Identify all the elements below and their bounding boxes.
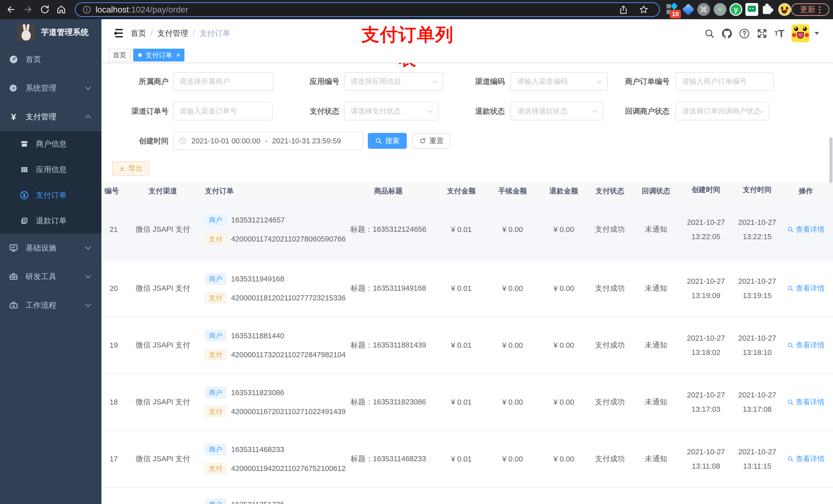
date-range-picker[interactable]: 2021-10-01 00:00:00 - 2021-10-31 23:59:5… [173,131,363,150]
sidebar-item-label: 支付订单 [36,190,67,200]
logo-rabbit-image [18,24,35,41]
github-icon[interactable] [720,26,734,41]
extension-command-icon[interactable]: ⌘ [697,3,710,16]
channel-code-select[interactable]: 请输入渠道编码 [510,72,608,91]
merchant-input[interactable] [173,72,273,91]
sidebar-item-pay-order[interactable]: 支付订单 [0,182,101,208]
merchant-tag: 商户 [205,499,227,504]
breadcrumb-home[interactable]: 首页 [130,28,146,39]
sidebar-item-devtools[interactable]: 研发工具 [0,262,101,291]
table-row[interactable]: 17 微信 JSAPI 支付 商户1635311468233 支付4200001… [101,431,833,488]
font-size-icon[interactable]: TT [772,26,787,41]
breadcrumb-payment[interactable]: 支付管理 [157,28,188,39]
channel-order-input[interactable] [173,102,272,120]
view-detail-link[interactable]: 查看详情 [787,454,825,464]
download-icon [119,165,125,172]
share-icon[interactable] [619,5,628,15]
col-channel: 支付渠道 [135,183,191,199]
sidebar-item-merchant-info[interactable]: 商户信息 [0,131,101,157]
dashboard-icon [9,55,18,64]
profile-emoji-icon[interactable] [778,3,791,16]
callback-status-select[interactable]: 请选择订单回调商户状态 [675,102,769,120]
sidebar-logo[interactable]: 芋道管理系统 [0,19,101,45]
col-actions: 操作 [780,183,831,199]
briefcase-icon [9,301,18,310]
browser-back-icon[interactable] [5,4,17,15]
table-row[interactable]: 18 微信 JSAPI 支付 商户1635311823086 支付4200001… [101,374,833,431]
view-detail-link[interactable]: 查看详情 [787,397,825,407]
main-content: 首页 / 支付管理 / 支付订单 支付订单列表 TT [101,19,833,504]
chevron-down-icon [428,108,432,113]
search-button[interactable]: 搜索 [368,133,407,149]
fullscreen-icon[interactable] [755,26,769,41]
tab-close-icon[interactable]: × [176,51,180,59]
chevron-down-icon [85,84,91,90]
table-row[interactable]: 商户1635311351736 [101,488,833,504]
avatar-caret-icon[interactable] [814,32,819,37]
export-button[interactable]: 导出 [112,161,149,176]
page-title-annotation: 支付订单列表 [353,23,462,71]
magnifier-icon [787,285,794,292]
monitor-icon [9,243,18,253]
scrollbar-thumb[interactable] [829,137,832,183]
browser-chrome: localhost:1024/pay/order 10 ⌘ y 更新 [0,0,833,19]
chevron-down-icon [432,78,437,83]
browser-home-icon[interactable] [55,4,67,15]
filter-label-app: 应用编号 [286,72,339,91]
chevron-down-icon [597,78,602,83]
sidebar-collapse-icon[interactable] [112,27,123,39]
extension-chat-icon[interactable] [745,3,758,16]
app-select[interactable]: 请选择应用信息 [344,72,443,91]
url-bar[interactable]: localhost:1024/pay/order [75,2,660,17]
extension-puzzle-icon[interactable] [761,3,774,16]
pay-tag: 支付 [205,463,227,474]
col-paid: 支付时间 [732,183,783,199]
sidebar-item-app-info[interactable]: 应用信息 [0,157,101,182]
col-amount: 支付金额 [439,183,483,199]
refund-status-select[interactable]: 请选择退款状态 [510,102,603,120]
tab-pay-order[interactable]: 支付订单 × [133,49,185,62]
sidebar-item-payment[interactable]: ¥ 支付管理 [0,102,101,131]
view-detail-link[interactable]: 查看详情 [787,284,825,293]
sidebar-item-infra[interactable]: 基础设施 [0,234,101,262]
view-detail-link[interactable]: 查看详情 [787,224,825,234]
magnifier-icon [787,342,794,349]
browser-reload-icon[interactable] [39,4,51,15]
pay-status-select[interactable]: 请选择支付状态 [344,102,438,120]
search-icon[interactable] [703,26,717,41]
reset-button[interactable]: 重置 [412,133,450,149]
date-end: 2021-10-31 23:59:59 [272,137,341,145]
sidebar-item-refund-order[interactable]: 退款订单 [0,208,101,234]
sidebar-item-workflow[interactable]: 工作流程 [0,291,101,320]
merchant-tag: 商户 [205,214,227,225]
sidebar-item-home[interactable]: 首页 [0,45,101,74]
table-row[interactable]: 20 微信 JSAPI 支付 商户1635311949168 支付4200001… [101,260,833,317]
col-notify-status: 回调状态 [634,183,678,199]
table-row[interactable]: 21 微信 JSAPI 支付 商户1635312124657 支付4200001… [101,199,833,260]
filter-label-channel-order: 渠道订单号 [112,102,169,120]
page-info-icon[interactable] [82,5,91,14]
browser-forward-icon[interactable] [22,4,34,15]
chevron-down-icon [85,244,91,250]
help-icon[interactable] [737,26,752,41]
pay-tag: 支付 [205,406,227,417]
tab-home[interactable]: 首页 [109,49,130,62]
extension-y-icon[interactable]: y [730,3,742,16]
filter-label-channel-code: 渠道编码 [452,72,505,91]
table-row[interactable]: 19 微信 JSAPI 支付 商户1635311881440 支付4200001… [101,317,833,374]
merchant-tag: 商户 [205,330,227,341]
filter-label-pay-status: 支付状态 [286,102,339,120]
filter-label-create-time: 创建时间 [117,131,169,150]
col-pay-order: 支付订单 [205,183,359,199]
sidebar-item-system[interactable]: 系统管理 [0,74,101,102]
extension-record-icon[interactable] [714,3,727,16]
merchant-order-input[interactable] [675,72,774,91]
user-avatar[interactable] [791,24,809,42]
extension-gem-icon[interactable] [682,3,695,16]
extension-tasks-icon[interactable]: 10 [666,3,679,16]
url-path: :1024/pay/order [129,5,188,15]
view-detail-link[interactable]: 查看详情 [787,340,825,350]
browser-update-button[interactable]: 更新 [791,3,829,16]
bookmark-star-icon[interactable] [639,5,649,15]
col-fee: 手续金额 [491,183,534,199]
